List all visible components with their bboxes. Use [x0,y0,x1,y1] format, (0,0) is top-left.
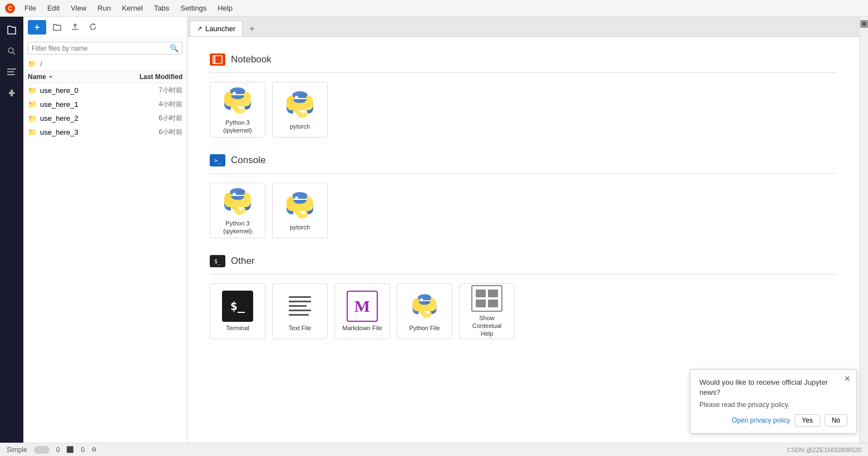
add-tab-button[interactable]: + [245,22,259,36]
other-section-icon: $_ [210,255,225,267]
other-divider [210,274,837,274]
section-other: $_ Other $_ Terminal [210,255,837,339]
file-list-header: Name Last Modified [23,71,187,84]
tab-external-icon: ↗ [197,25,202,32]
refresh-button[interactable] [86,21,100,35]
file-item-2[interactable]: 📁 use_here_2 6小时前 [23,111,187,125]
tab-launcher[interactable]: ↗ Launcher [190,21,243,36]
kernel-count-2: 0 [81,446,85,454]
notebook-cards: Python 3 (ipykernel) [210,82,837,138]
svg-point-2 [8,48,13,53]
upload-button[interactable] [68,21,82,35]
pytorch-notebook-icon [284,89,315,120]
menu-run[interactable]: Run [93,3,115,13]
menu-help[interactable]: Help [213,3,237,13]
privacy-policy-link[interactable]: Open privacy policy [732,416,790,424]
mode-toggle[interactable] [34,446,50,454]
sidebar-icon-extensions[interactable] [2,84,22,104]
toggle-track[interactable] [34,446,50,454]
python3-console-icon [222,186,253,217]
menu-view[interactable]: View [66,3,91,13]
console-cards: Python 3 (ipykernel) [210,183,837,238]
folder-icon-2: 📁 [28,114,37,122]
right-sidebar: ⚙ [859,17,868,443]
svg-point-14 [302,110,305,114]
card-terminal[interactable]: $_ Terminal [210,283,265,339]
notification-close-button[interactable]: ✕ [844,374,851,383]
notification-yes-button[interactable]: Yes [795,414,820,426]
tab-bar: ↗ Launcher + [188,17,859,37]
file-panel: + 🔍 [23,17,188,443]
terminal-icon: $_ [222,291,253,322]
folder-icon-0: 📁 [28,86,37,95]
svg-point-12 [239,106,243,110]
section-notebook-header: Notebook [210,53,837,66]
section-notebook: Notebook [210,53,837,138]
menu-file[interactable]: File [20,3,41,13]
right-sidebar-settings[interactable]: ⚙ [860,20,868,28]
menu-tabs[interactable]: Tabs [150,3,174,13]
card-contextual-help[interactable]: Show Contextual Help [459,283,515,339]
search-icon: 🔍 [170,44,179,52]
menu-kernel[interactable]: Kernel [117,3,147,13]
textfile-icon [284,291,315,322]
folder-icon-small: 📁 [28,60,36,68]
file-item-1[interactable]: 📁 use_here_1 4小时前 [23,97,187,111]
file-item-0[interactable]: 📁 use_here_0 7小时前 [23,84,187,97]
folder-icon-1: 📁 [28,100,37,109]
sidebar-icon-toc[interactable] [2,62,22,82]
logo-icon: C [4,3,16,14]
card-pytorch-console[interactable]: pytorch [272,183,328,238]
card-text-file[interactable]: Text File [272,283,328,339]
menu-edit[interactable]: Edit [43,3,64,13]
section-other-header: $_ Other [210,255,837,267]
svg-point-15 [233,193,236,196]
svg-point-16 [239,207,243,210]
console-section-icon: >_ [210,154,225,166]
section-console-header: >_ Console [210,154,837,166]
notification-popup: ✕ Would you like to receive official Jup… [690,369,857,434]
svg-line-3 [13,52,15,55]
notebook-divider [210,72,837,73]
new-launcher-button[interactable]: + [28,20,46,35]
notification-no-button[interactable]: No [825,414,847,426]
pythonfile-icon [409,291,440,322]
svg-text:C: C [8,6,12,12]
pytorch-console-icon [284,190,315,221]
svg-point-18 [302,211,305,214]
other-cards: $_ Terminal [210,283,837,339]
card-pytorch-notebook[interactable]: pytorch [272,82,328,138]
svg-rect-5 [7,71,14,72]
notification-actions: Open privacy policy Yes No [699,414,847,426]
statusbar: Simple 0 ⬛ 0 ⚙ CSDN @ZZE15832806520 [0,443,868,456]
column-name[interactable]: Name [28,73,127,81]
card-markdown-file[interactable]: M Markdown File [334,283,390,339]
open-folder-button[interactable] [50,21,65,35]
folder-icon-3: 📁 [28,128,37,136]
card-python3-console[interactable]: Python 3 (ipykernel) [210,183,265,238]
sidebar-icon-files[interactable] [2,20,22,40]
svg-rect-4 [7,68,16,70]
search-input[interactable] [32,45,170,52]
sidebar-icon-search[interactable] [2,41,22,61]
settings-icon: ⚙ [91,446,97,453]
status-mode-label: Simple [7,446,27,454]
menu-settings[interactable]: Settings [176,3,211,13]
notification-subtitle: Please read the privacy policy. [699,401,847,409]
breadcrumb: 📁 / [23,58,187,71]
sidebar-icons [0,17,23,443]
section-console: >_ Console [210,154,837,238]
svg-point-20 [426,311,429,314]
svg-point-13 [295,96,298,99]
file-list: 📁 use_here_0 7小时前 📁 use_here_1 4小时前 📁 us… [23,84,187,443]
file-item-3[interactable]: 📁 use_here_3 6小时前 [23,125,187,139]
plus-icon: + [34,22,40,32]
svg-point-11 [233,92,236,95]
watermark: CSDN @ZZE15832806520 [787,447,861,453]
search-bar: 🔍 [28,42,183,55]
card-python-file[interactable]: Python File [397,283,452,339]
python3-notebook-icon [222,85,253,116]
console-divider [210,173,837,174]
card-python3-notebook[interactable]: Python 3 (ipykernel) [210,82,265,138]
file-panel-toolbar: + [23,17,187,38]
